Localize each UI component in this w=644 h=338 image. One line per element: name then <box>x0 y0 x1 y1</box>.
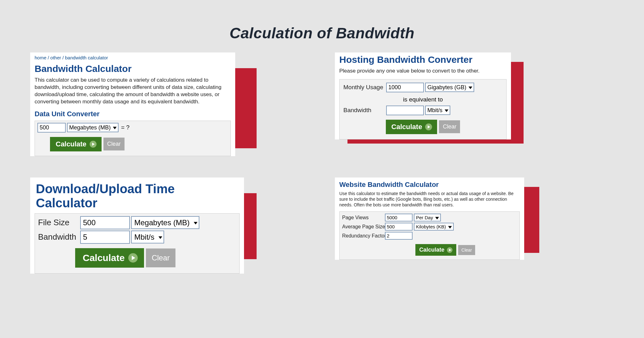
pageviews-unit-select-wrap: Per Day <box>414 214 441 221</box>
filesize-unit-select[interactable]: Megabytes (MB) <box>131 216 199 229</box>
calculate-button[interactable]: Calculate <box>415 244 456 256</box>
filesize-unit-select-wrap: Megabytes (MB) <box>131 216 199 229</box>
bandwidth-unit-select[interactable]: Mbit/s <box>131 231 164 243</box>
pagesize-label: Average Page Size <box>342 224 384 230</box>
card-description: Use this calculator to estimate the band… <box>335 191 524 212</box>
website-form: Page Views Per Day Average Page Size Kil… <box>339 211 520 260</box>
breadcrumb-sep: / <box>47 55 51 60</box>
calculate-button[interactable]: Calculate <box>75 248 144 268</box>
bandwidth-input[interactable] <box>80 231 130 244</box>
pageviews-unit-select[interactable]: Per Day <box>414 214 441 221</box>
monthly-unit-select[interactable]: Gigabytes (GB) <box>425 83 474 92</box>
play-icon <box>447 247 452 253</box>
download-upload-card: Download/Upload Time Calculator File Siz… <box>30 177 309 278</box>
breadcrumb-current: bandwidth calculator <box>65 55 108 60</box>
card-title: Download/Upload Time Calculator <box>30 177 244 213</box>
play-icon <box>90 141 97 148</box>
pagesize-unit-select[interactable]: Kilobytes (KB) <box>414 223 454 231</box>
card-title: Bandwidth Calculator <box>30 62 235 77</box>
data-unit-form: Megabytes (MB) = ? Calculate Clear <box>35 121 231 156</box>
bandwidth-input[interactable] <box>386 106 424 115</box>
hosting-form: Monthly Usage Gigabytes (GB) is equivale… <box>339 79 507 139</box>
calculate-button[interactable]: Calculate <box>50 137 102 151</box>
calculate-label: Calculate <box>391 123 422 131</box>
breadcrumb-sep: / <box>61 55 65 60</box>
equivalent-label: is equivalent to <box>343 94 502 106</box>
bandwidth-label: Bandwidth <box>38 232 79 242</box>
redundancy-input[interactable] <box>385 232 413 240</box>
calculate-label: Calculate <box>56 140 86 148</box>
download-form: File Size Megabytes (MB) Bandwidth Mbit/… <box>35 213 240 274</box>
pageviews-label: Page Views <box>342 215 384 221</box>
bandwidth-label: Bandwidth <box>343 107 385 114</box>
pagesize-unit-select-wrap: Kilobytes (KB) <box>414 223 454 231</box>
bandwidth-unit-select-wrap: Mbit/s <box>131 231 164 243</box>
card-title: Website Bandwidth Calculator <box>335 177 524 191</box>
website-bandwidth-card: Website Bandwidth Calculator Use this ca… <box>335 177 614 278</box>
redundancy-label: Redundancy Factor <box>342 233 384 239</box>
clear-button[interactable]: Clear <box>458 245 475 255</box>
filesize-input[interactable] <box>80 216 130 229</box>
play-icon <box>425 123 432 130</box>
clear-button[interactable]: Clear <box>103 138 125 150</box>
bandwidth-calculator-card: home / other / bandwidth calculator Band… <box>30 52 309 161</box>
play-icon <box>128 253 138 263</box>
card-title: Hosting Bandwidth Converter <box>335 52 511 68</box>
pageviews-input[interactable] <box>385 214 413 221</box>
monthly-usage-label: Monthly Usage <box>343 84 385 91</box>
hosting-bandwidth-card: Hosting Bandwidth Converter Please provi… <box>335 52 614 161</box>
data-unit-select-wrap: Megabytes (MB) <box>67 123 119 132</box>
data-value-input[interactable] <box>37 123 66 133</box>
bandwidth-unit-select[interactable]: Mbit/s <box>425 106 450 115</box>
clear-button[interactable]: Clear <box>439 120 460 133</box>
page-title: Calculation of Bandwidth <box>0 0 644 52</box>
calculate-button[interactable]: Calculate <box>386 120 437 134</box>
calculate-label: Calculate <box>83 253 125 263</box>
clear-button[interactable]: Clear <box>146 248 175 267</box>
equals-label: = ? <box>121 124 130 131</box>
breadcrumb-other[interactable]: other <box>50 55 61 60</box>
breadcrumb-home[interactable]: home <box>35 55 47 60</box>
bandwidth-unit-select-wrap: Mbit/s <box>425 106 450 115</box>
card-description: Please provide any one value below to co… <box>335 68 511 79</box>
data-unit-select[interactable]: Megabytes (MB) <box>67 123 119 132</box>
card-description: This calculator can be used to compute a… <box>30 77 235 110</box>
card-grid: home / other / bandwidth calculator Band… <box>0 52 644 278</box>
calculate-label: Calculate <box>419 247 444 253</box>
pagesize-input[interactable] <box>385 223 413 231</box>
filesize-label: File Size <box>38 218 79 227</box>
section-heading: Data Unit Converter <box>30 110 235 121</box>
monthly-usage-input[interactable] <box>386 83 424 92</box>
monthly-unit-select-wrap: Gigabytes (GB) <box>425 83 474 92</box>
breadcrumb: home / other / bandwidth calculator <box>30 52 235 62</box>
